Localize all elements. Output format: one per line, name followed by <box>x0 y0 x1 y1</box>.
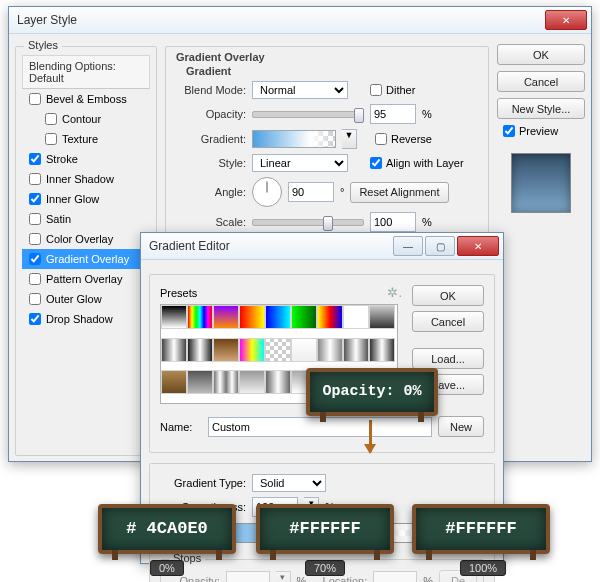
style-item-checkbox[interactable] <box>29 193 41 205</box>
presets-menu-icon[interactable]: ✲. <box>387 285 402 300</box>
scale-slider[interactable] <box>252 219 364 226</box>
style-item-drop-shadow[interactable]: Drop Shadow <box>22 309 150 329</box>
style-item-label: Contour <box>62 113 101 125</box>
opacity-label: Opacity: <box>170 108 246 120</box>
style-item-checkbox[interactable] <box>45 133 57 145</box>
annotation-color-board-1: #FFFFFF <box>256 504 394 554</box>
style-item-checkbox[interactable] <box>29 313 41 325</box>
preset-swatch[interactable] <box>317 338 343 362</box>
style-item-checkbox[interactable] <box>29 153 41 165</box>
style-item-bevel-emboss[interactable]: Bevel & Emboss <box>22 89 150 109</box>
annotation-color-board-2: #FFFFFF <box>412 504 550 554</box>
preset-swatch[interactable] <box>213 370 239 394</box>
style-item-checkbox[interactable] <box>29 273 41 285</box>
style-item-checkbox[interactable] <box>29 293 41 305</box>
ok-button[interactable]: OK <box>497 44 585 65</box>
cancel-button[interactable]: Cancel <box>497 71 585 92</box>
angle-input[interactable] <box>288 182 334 202</box>
preset-swatch[interactable] <box>213 338 239 362</box>
new-style-button[interactable]: New Style... <box>497 98 585 119</box>
style-item-checkbox[interactable] <box>29 173 41 185</box>
preset-swatch[interactable] <box>343 305 369 329</box>
preset-swatch[interactable] <box>239 305 265 329</box>
layer-style-actions: OK Cancel New Style... Preview <box>497 40 585 456</box>
reset-alignment-button[interactable]: Reset Alignment <box>350 182 448 203</box>
opacity-input[interactable] <box>370 104 416 124</box>
style-item-checkbox[interactable] <box>29 93 41 105</box>
reverse-checkbox[interactable]: Reverse <box>375 133 432 145</box>
preset-swatch[interactable] <box>161 370 187 394</box>
gradient-type-select[interactable]: Solid <box>252 474 326 492</box>
style-item-outer-glow[interactable]: Outer Glow <box>22 289 150 309</box>
preset-swatch[interactable] <box>343 338 369 362</box>
gradient-type-label: Gradient Type: <box>160 477 246 489</box>
preset-swatch[interactable] <box>369 338 395 362</box>
gradient-dropdown-icon[interactable]: ▼ <box>342 129 357 149</box>
ge-ok-button[interactable]: OK <box>412 285 484 306</box>
preset-swatch[interactable] <box>161 338 187 362</box>
style-item-pattern-overlay[interactable]: Pattern Overlay <box>22 269 150 289</box>
style-item-label: Outer Glow <box>46 293 102 305</box>
style-item-gradient-overlay[interactable]: Gradient Overlay <box>22 249 150 269</box>
preset-swatch[interactable] <box>369 305 395 329</box>
style-item-stroke[interactable]: Stroke <box>22 149 150 169</box>
style-item-contour[interactable]: Contour <box>22 109 150 129</box>
maximize-icon[interactable]: ▢ <box>425 236 455 256</box>
presets-group: Presets ✲. OK Cancel Load... Save... Nam… <box>149 274 495 453</box>
new-button[interactable]: New <box>438 416 484 437</box>
annotation-percent-0: 0% <box>150 560 184 576</box>
angle-dial[interactable] <box>252 177 282 207</box>
preset-swatch[interactable] <box>187 305 213 329</box>
align-checkbox[interactable]: Align with Layer <box>370 157 464 169</box>
preview-checkbox[interactable]: Preview <box>503 125 585 137</box>
style-item-label: Satin <box>46 213 71 225</box>
preset-swatch[interactable] <box>265 338 291 362</box>
style-item-checkbox[interactable] <box>45 113 57 125</box>
blend-mode-select[interactable]: Normal <box>252 81 348 99</box>
style-item-label: Color Overlay <box>46 233 113 245</box>
preset-swatch[interactable] <box>239 370 265 394</box>
stop-opacity-input <box>226 571 270 583</box>
layer-style-titlebar[interactable]: Layer Style ✕ <box>9 7 591 34</box>
style-select[interactable]: Linear <box>252 154 348 172</box>
style-item-inner-shadow[interactable]: Inner Shadow <box>22 169 150 189</box>
close-icon[interactable]: ✕ <box>457 236 499 256</box>
style-item-checkbox[interactable] <box>29 253 41 265</box>
close-icon[interactable]: ✕ <box>545 10 587 30</box>
styles-header[interactable]: Blending Options: Default <box>22 55 150 89</box>
name-label: Name: <box>160 421 202 433</box>
preset-swatch[interactable] <box>187 370 213 394</box>
annotation-color-board-0: # 4CA0E0 <box>98 504 236 554</box>
preset-swatch[interactable] <box>265 305 291 329</box>
preset-swatch[interactable] <box>213 305 239 329</box>
style-item-texture[interactable]: Texture <box>22 129 150 149</box>
style-item-checkbox[interactable] <box>29 213 41 225</box>
annotation-percent-2: 100% <box>460 560 506 576</box>
ge-cancel-button[interactable]: Cancel <box>412 311 484 332</box>
preset-swatch[interactable] <box>161 305 187 329</box>
opacity-unit: % <box>422 108 432 120</box>
panel-heading: Gradient Overlay <box>176 51 484 63</box>
styles-list: Styles Blending Options: Default Bevel &… <box>15 46 157 456</box>
stop-location-input <box>373 571 417 583</box>
angle-unit: ° <box>340 186 344 198</box>
gradient-preview[interactable] <box>252 130 336 148</box>
preset-swatch[interactable] <box>187 338 213 362</box>
preset-swatch[interactable] <box>291 338 317 362</box>
minimize-icon[interactable]: — <box>393 236 423 256</box>
scale-input[interactable] <box>370 212 416 232</box>
style-item-color-overlay[interactable]: Color Overlay <box>22 229 150 249</box>
preset-swatch[interactable] <box>291 305 317 329</box>
preset-swatch[interactable] <box>317 305 343 329</box>
gradient-editor-titlebar[interactable]: Gradient Editor — ▢ ✕ <box>141 233 503 260</box>
ge-load-button[interactable]: Load... <box>412 348 484 369</box>
panel-subheading: Gradient <box>186 65 484 77</box>
style-item-checkbox[interactable] <box>29 233 41 245</box>
style-item-inner-glow[interactable]: Inner Glow <box>22 189 150 209</box>
opacity-slider[interactable] <box>252 111 364 118</box>
preset-swatch[interactable] <box>265 370 291 394</box>
preset-swatch[interactable] <box>239 338 265 362</box>
dither-checkbox[interactable]: Dither <box>370 84 415 96</box>
styles-legend: Styles <box>24 39 62 51</box>
style-item-satin[interactable]: Satin <box>22 209 150 229</box>
